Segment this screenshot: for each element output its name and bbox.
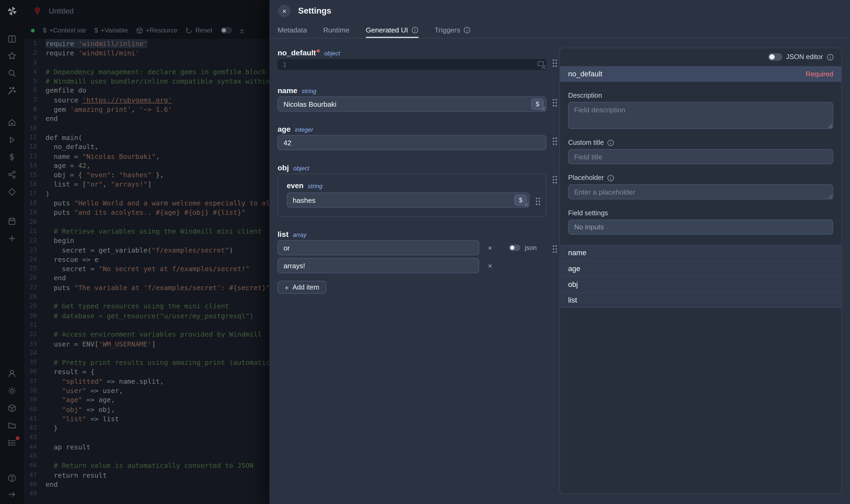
required-badge: Required <box>806 67 833 82</box>
custom-title-input[interactable] <box>568 149 833 164</box>
input-wrapper <box>277 135 546 150</box>
editor-line-number: 1 <box>277 61 292 68</box>
info-icon <box>411 26 418 33</box>
expand-editor-icon[interactable] <box>538 61 544 66</box>
schema-form: no_default* object 1 name string <box>277 48 546 307</box>
info-icon <box>463 26 470 33</box>
info-icon <box>607 139 614 146</box>
plus-icon: + <box>285 284 288 291</box>
remove-item-button[interactable]: × <box>484 260 496 272</box>
placeholder-label: Placeholder <box>568 174 833 182</box>
input-wrapper: $ <box>287 192 530 208</box>
json-editor-toggle-row: JSON editor <box>560 48 841 66</box>
field-settings-label: Field settings <box>568 209 833 217</box>
drag-handle[interactable] <box>535 197 541 206</box>
modal-overlay[interactable] <box>0 0 269 504</box>
tab-label: Generated UI <box>366 26 408 34</box>
field-label-row: age integer <box>277 125 546 133</box>
drag-handle[interactable] <box>552 245 558 254</box>
drag-handle[interactable] <box>552 98 558 108</box>
field-type-label: object <box>293 165 309 171</box>
field-age: age integer <box>277 125 546 150</box>
json-editor-toggle[interactable] <box>768 53 782 61</box>
tab-runtime[interactable]: Runtime <box>323 21 349 38</box>
info-icon <box>827 53 833 60</box>
field-name-label: no_default <box>277 48 316 57</box>
placeholder-input[interactable] <box>568 184 833 200</box>
field-no-default: no_default* object 1 <box>277 48 546 70</box>
drag-handle[interactable] <box>552 58 558 68</box>
drag-handle[interactable] <box>552 175 558 184</box>
add-item-button[interactable]: +Add item <box>277 281 326 294</box>
input-wrapper <box>568 184 833 200</box>
remove-item-button[interactable]: × <box>484 242 496 254</box>
panel-item-name[interactable]: name <box>560 245 841 261</box>
json-toggle-label: json <box>525 244 537 252</box>
settings-drawer: × Settings Metadata Runtime Generated UI… <box>269 0 850 504</box>
field-label-row: no_default* object <box>277 48 546 57</box>
settings-tabs: Metadata Runtime Generated UI Triggers <box>269 21 850 38</box>
name-input[interactable] <box>277 96 546 112</box>
tab-label: Runtime <box>323 26 349 34</box>
drag-handle[interactable] <box>552 137 558 146</box>
field-name: name string $ <box>277 86 546 112</box>
tab-label: Triggers <box>435 26 460 34</box>
input-wrapper: $ <box>277 96 546 112</box>
field-type-label: string <box>308 182 323 189</box>
field-type-label: array <box>293 232 306 238</box>
panel-item-label: no_default <box>568 67 602 82</box>
insert-variable-button[interactable]: $ <box>531 99 544 110</box>
field-label-row: even string <box>287 181 530 190</box>
field-settings-body: Description Custom title Placeholder Fie… <box>560 92 841 235</box>
close-icon: × <box>282 7 286 14</box>
field-type-label: integer <box>295 126 313 133</box>
field-name-label: name <box>277 86 297 95</box>
settings-title: Settings <box>298 6 331 16</box>
field-name-label: obj <box>277 163 289 172</box>
panel-item-list[interactable]: list <box>560 292 841 308</box>
list-item-row: × <box>277 258 546 273</box>
panel-item-no-default[interactable]: no_default Required <box>560 66 841 82</box>
field-label-row: name string <box>277 86 546 95</box>
object-subfields: even string $ <box>277 174 546 217</box>
no-default-json-input[interactable]: 1 <box>277 59 546 70</box>
close-icon: × <box>488 244 492 252</box>
field-settings-panel: JSON editor no_default Required Descript… <box>559 48 842 493</box>
list-item-input[interactable] <box>277 258 479 273</box>
json-editor-label: JSON editor <box>786 53 823 61</box>
field-list: list array × json × +Add i <box>277 230 546 294</box>
drawer-header: × Settings <box>269 0 850 21</box>
list-item-row: × json <box>277 240 546 255</box>
field-name-label: list <box>277 230 288 239</box>
field-obj: obj object even string $ <box>277 163 546 217</box>
info-icon <box>607 174 614 181</box>
age-input[interactable] <box>277 135 546 150</box>
description-input[interactable] <box>568 102 833 129</box>
field-label-row: list array <box>277 230 546 239</box>
app-root: $+Context var $+Variable +Resource Reset… <box>0 0 850 504</box>
list-item-input[interactable] <box>277 240 479 255</box>
close-button[interactable]: × <box>278 4 291 17</box>
description-label: Description <box>568 92 833 99</box>
field-settings-value: No inputs <box>568 219 833 235</box>
tab-metadata[interactable]: Metadata <box>277 21 307 38</box>
insert-variable-button[interactable]: $ <box>514 195 527 205</box>
field-name-label: even <box>287 181 304 190</box>
input-wrapper <box>568 102 833 129</box>
panel-item-list: name age obj list <box>560 245 841 308</box>
tab-generated-ui[interactable]: Generated UI <box>366 21 418 38</box>
json-mode-toggle[interactable] <box>509 245 521 251</box>
panel-item-age[interactable]: age <box>560 261 841 276</box>
field-type-label: object <box>324 50 340 56</box>
tab-label: Metadata <box>277 26 307 34</box>
even-input[interactable] <box>287 192 530 208</box>
close-icon: × <box>488 262 492 270</box>
input-wrapper <box>277 258 479 273</box>
required-asterisk: * <box>317 48 320 57</box>
panel-item-obj[interactable]: obj <box>560 276 841 292</box>
tab-triggers[interactable]: Triggers <box>435 21 471 38</box>
input-wrapper <box>568 149 833 164</box>
add-item-label: Add item <box>292 283 319 291</box>
custom-title-label: Custom title <box>568 139 833 146</box>
input-wrapper <box>277 240 479 255</box>
